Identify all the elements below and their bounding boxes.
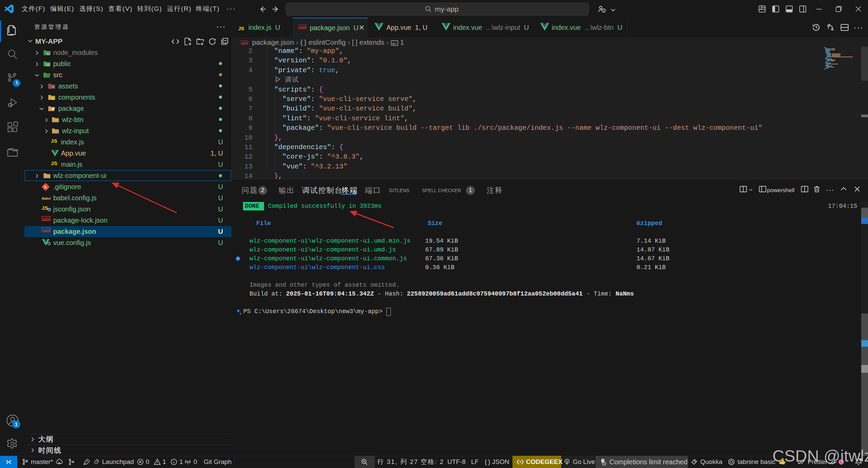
svg-text:js: js (47, 52, 49, 55)
svg-text:npm: npm (43, 217, 49, 221)
svg-text:abc: abc (392, 42, 396, 45)
svg-text:npm: npm (242, 41, 247, 44)
svg-text:npm: npm (300, 25, 306, 29)
svg-text:npm: npm (43, 228, 49, 232)
svg-text:JS: JS (238, 26, 244, 31)
